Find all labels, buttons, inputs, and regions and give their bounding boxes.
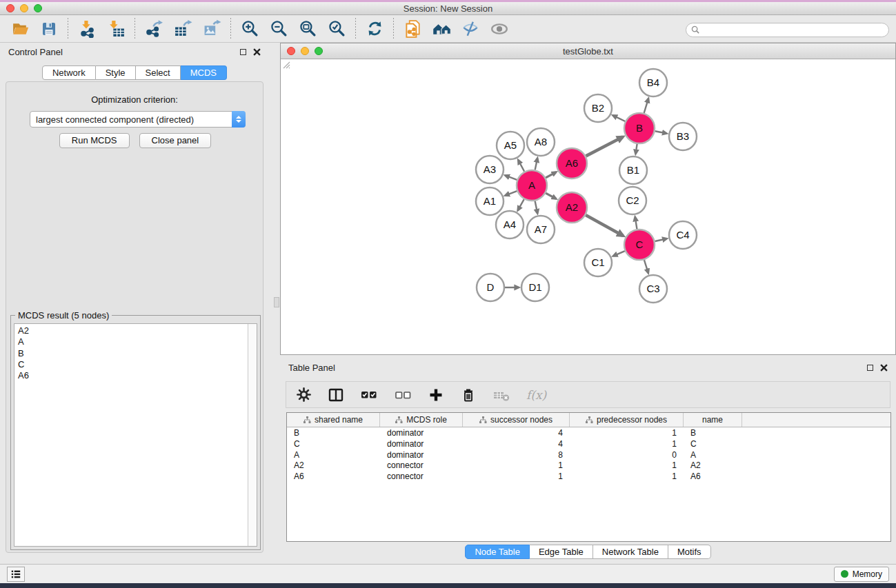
edge-B-B4[interactable] — [644, 99, 648, 113]
search-box[interactable] — [686, 23, 889, 37]
edge-B-B3[interactable] — [655, 131, 667, 133]
column-header-name[interactable]: name — [684, 413, 742, 427]
edge-A-A6[interactable] — [546, 172, 556, 178]
float-table-panel-icon[interactable] — [867, 365, 873, 371]
edge-C-C2[interactable] — [635, 217, 637, 230]
node-A2[interactable]: A2 — [557, 192, 587, 223]
refresh-view-button[interactable] — [363, 18, 386, 40]
function-builder-button[interactable]: f(x) — [526, 386, 546, 404]
open-session-button[interactable] — [8, 18, 32, 40]
column-header-predecessor-nodes[interactable]: predecessor nodes — [570, 413, 684, 427]
search-input[interactable] — [700, 26, 888, 35]
node-B1[interactable]: B1 — [619, 156, 647, 184]
node-B3[interactable]: B3 — [669, 123, 697, 150]
tab-network[interactable]: Network — [42, 65, 96, 80]
edge-A-A5[interactable] — [518, 160, 524, 172]
export-table-button[interactable] — [171, 18, 195, 40]
edge-A2-C[interactable] — [586, 215, 623, 236]
mcds-result-item[interactable]: A — [18, 336, 248, 347]
edge-A-A8[interactable] — [535, 159, 538, 170]
node-C1[interactable]: C1 — [584, 249, 612, 276]
unselect-all-columns-button[interactable] — [394, 386, 412, 404]
column-header-shared-name[interactable]: shared name — [287, 413, 380, 427]
node-A7[interactable]: A7 — [527, 216, 555, 243]
node-A[interactable]: A — [517, 170, 547, 201]
table-row[interactable]: A2connector11A2 — [287, 460, 890, 471]
export-image-button[interactable] — [200, 18, 223, 40]
table-row[interactable]: Adominator80A — [287, 449, 890, 460]
node-A6[interactable]: A6 — [557, 148, 587, 179]
optimization-criterion-select[interactable]: largest connected component (directed) — [30, 111, 246, 128]
node-C3[interactable]: C3 — [639, 275, 667, 303]
split-view-button[interactable] — [328, 386, 344, 404]
edge-A6-B[interactable] — [586, 136, 623, 156]
mcds-result-item[interactable]: A6 — [18, 370, 248, 381]
zoom-selected-button[interactable] — [325, 18, 348, 40]
new-network-from-selection-button[interactable] — [401, 18, 424, 40]
tab-motifs[interactable]: Motifs — [668, 545, 711, 559]
delete-table-button[interactable] — [492, 386, 510, 404]
select-all-columns-button[interactable] — [360, 386, 378, 404]
mcds-result-scrollbar[interactable] — [248, 324, 257, 546]
import-network-button[interactable] — [75, 18, 99, 40]
zoom-in-button[interactable] — [238, 18, 261, 40]
node-A4[interactable]: A4 — [496, 211, 524, 239]
close-table-panel-icon[interactable] — [880, 364, 888, 372]
node-D[interactable]: D — [477, 274, 504, 301]
node-A1[interactable]: A1 — [476, 187, 504, 215]
resize-grip[interactable] — [281, 59, 290, 69]
tab-mcds[interactable]: MCDS — [181, 65, 227, 80]
table-row[interactable]: Cdominator41C — [287, 438, 890, 449]
edge-C-C3[interactable] — [644, 260, 648, 273]
edge-A-A7[interactable] — [535, 201, 538, 214]
edge-B-B1[interactable] — [636, 144, 637, 154]
float-panel-icon[interactable] — [240, 49, 246, 55]
hide-details-button[interactable] — [459, 18, 482, 40]
zoom-out-button[interactable] — [267, 18, 290, 40]
edge-B-B2[interactable] — [613, 115, 626, 121]
table-settings-button[interactable] — [296, 386, 312, 404]
export-network-button[interactable] — [142, 18, 166, 40]
node-D1[interactable]: D1 — [521, 274, 549, 301]
panel-divider-handle[interactable] — [274, 297, 279, 307]
mcds-result-list[interactable]: A2ABCA6 — [14, 323, 257, 547]
import-table-button[interactable] — [104, 18, 128, 40]
node-C2[interactable]: C2 — [619, 187, 646, 214]
table-row[interactable]: A6connector11A6 — [287, 471, 890, 482]
tab-node-table[interactable]: Node Table — [465, 545, 530, 559]
edge-A-A3[interactable] — [505, 175, 517, 179]
zoom-fit-button[interactable] — [296, 18, 319, 40]
edge-A-A1[interactable] — [505, 191, 517, 195]
delete-column-button[interactable] — [460, 386, 477, 404]
edge-C-C1[interactable] — [613, 251, 625, 256]
save-session-button[interactable] — [37, 18, 61, 40]
tab-edge-table[interactable]: Edge Table — [530, 545, 593, 559]
home-button[interactable] — [430, 18, 453, 40]
edge-A-A2[interactable] — [546, 193, 556, 199]
network-graph[interactable]: B4B2BB3A8A5A6A3B1AA1C2A2A4A7C4CC1DD1C3 — [281, 59, 895, 354]
tab-style[interactable]: Style — [96, 65, 136, 80]
close-panel-icon[interactable] — [253, 48, 261, 56]
mcds-result-item[interactable]: C — [18, 359, 248, 370]
column-header-successor-nodes[interactable]: successor nodes — [463, 413, 570, 427]
tab-select[interactable]: Select — [136, 65, 181, 80]
memory-button[interactable]: Memory — [834, 567, 889, 582]
task-history-button[interactable] — [7, 567, 25, 582]
network-window-titlebar[interactable]: testGlobe.txt — [281, 43, 895, 59]
node-A3[interactable]: A3 — [476, 156, 504, 183]
node-B4[interactable]: B4 — [639, 69, 667, 97]
edge-A-A4[interactable] — [518, 199, 524, 210]
mcds-result-item[interactable]: B — [18, 348, 248, 359]
node-B2[interactable]: B2 — [584, 94, 612, 122]
show-details-button[interactable] — [488, 18, 511, 40]
node-A5[interactable]: A5 — [497, 132, 524, 159]
tab-network-table[interactable]: Network Table — [593, 545, 668, 559]
node-C[interactable]: C — [624, 230, 655, 260]
edge-C-C4[interactable] — [655, 239, 666, 241]
node-B[interactable]: B — [624, 113, 655, 143]
run-mcds-button[interactable]: Run MCDS — [59, 133, 130, 148]
add-column-button[interactable] — [428, 386, 444, 404]
mcds-result-item[interactable]: A2 — [18, 325, 248, 336]
close-panel-button[interactable]: Close panel — [139, 133, 212, 148]
node-table[interactable]: shared nameMCDS rolesuccessor nodesprede… — [286, 412, 891, 542]
